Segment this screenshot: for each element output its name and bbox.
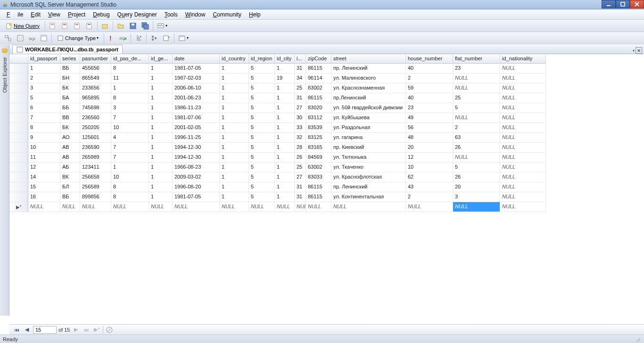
row-header[interactable]: [9, 143, 28, 153]
grid-cell[interactable]: 2006-06-10: [173, 83, 220, 93]
grid-cell[interactable]: 1: [275, 182, 295, 192]
grid-cell[interactable]: NULL: [500, 143, 546, 153]
grid-cell[interactable]: 1: [275, 153, 295, 163]
grid-cell[interactable]: 7: [28, 113, 60, 123]
results-grid[interactable]: id_passportseriespasnumberid_pas_de...id…: [9, 54, 644, 212]
grid-cell[interactable]: 5: [249, 74, 275, 83]
grid-cell[interactable]: 7: [111, 153, 149, 163]
grid-cell[interactable]: 15: [28, 182, 60, 192]
grid-cell[interactable]: 1: [275, 163, 295, 172]
grid-cell[interactable]: ул. Тютюныка: [331, 153, 406, 163]
grid-cell[interactable]: 83539: [306, 123, 331, 133]
column-header[interactable]: date: [173, 54, 220, 64]
grid-cell[interactable]: БК: [60, 83, 80, 93]
column-header[interactable]: id_ge...: [149, 54, 173, 64]
column-header[interactable]: i...: [295, 54, 306, 64]
grid-cell[interactable]: 48: [406, 133, 453, 143]
grid-cell[interactable]: 1: [149, 103, 173, 113]
grid-cell[interactable]: 10: [111, 123, 149, 133]
column-header[interactable]: pasnumber: [80, 54, 111, 64]
grid-cell[interactable]: 1: [149, 74, 173, 83]
grid-cell[interactable]: 3: [111, 103, 149, 113]
grid-cell[interactable]: 1994-12-30: [173, 143, 220, 153]
grid-cell[interactable]: NULL: [28, 202, 60, 212]
grid-cell[interactable]: NULL: [500, 202, 546, 212]
grid-cell[interactable]: АО: [60, 133, 80, 143]
grid-cell[interactable]: 1: [220, 74, 249, 83]
row-header[interactable]: [9, 64, 28, 74]
column-header[interactable]: id_city: [275, 54, 295, 64]
grid-cell[interactable]: NULL: [500, 83, 546, 93]
grid-cell[interactable]: 8: [111, 192, 149, 202]
grid-cell[interactable]: 5: [453, 163, 500, 172]
nav-first-button[interactable]: ⏮: [12, 326, 21, 334]
show-diagram-icon[interactable]: [2, 33, 14, 43]
grid-cell[interactable]: 5: [249, 103, 275, 113]
grid-cell[interactable]: 43: [406, 182, 453, 192]
grid-cell[interactable]: 1: [111, 83, 149, 93]
grid-cell[interactable]: 1981-07-06: [173, 113, 220, 123]
grid-cell[interactable]: 2: [406, 192, 453, 202]
grid-cell[interactable]: 1: [220, 133, 249, 143]
column-header[interactable]: house_number: [406, 54, 453, 64]
grid-cell[interactable]: NULL: [331, 202, 406, 212]
grid-cell[interactable]: 265989: [80, 153, 111, 163]
grid-cell[interactable]: 1: [149, 182, 173, 192]
analysis-xmla-icon[interactable]: [84, 21, 95, 31]
grid-cell[interactable]: 4: [111, 133, 149, 143]
database-engine-query-icon[interactable]: [47, 21, 58, 31]
row-header[interactable]: [9, 103, 28, 113]
add-derived-icon[interactable]: ▾: [176, 33, 190, 43]
row-header[interactable]: [9, 93, 28, 103]
menu-help[interactable]: Help: [245, 10, 264, 19]
grid-cell[interactable]: NULL: [149, 202, 173, 212]
grid-cell[interactable]: 1987-02-03: [173, 74, 220, 83]
grid-cell[interactable]: 83033: [306, 172, 331, 182]
new-row-header[interactable]: ▶*: [9, 202, 28, 212]
grid-cell[interactable]: 1: [220, 163, 249, 172]
close-button[interactable]: [630, 0, 644, 8]
grid-cell[interactable]: 31: [295, 93, 306, 103]
grid-cell[interactable]: 8: [111, 182, 149, 192]
grid-cell[interactable]: NULL: [453, 202, 500, 212]
maximize-button[interactable]: [616, 0, 630, 8]
grid-cell[interactable]: 32: [295, 133, 306, 143]
sort-ascending-icon[interactable]: [133, 33, 144, 43]
grid-cell[interactable]: 1: [220, 93, 249, 103]
grid-cell[interactable]: ул. Краснофлотская: [331, 172, 406, 182]
grid-cell[interactable]: 1: [149, 153, 173, 163]
grid-cell[interactable]: 1986-11-23: [173, 103, 220, 113]
grid-cell[interactable]: 1: [275, 123, 295, 133]
grid-cell[interactable]: 63: [453, 133, 500, 143]
grid-cell[interactable]: 5: [249, 64, 275, 74]
grid-cell[interactable]: NULL: [306, 202, 331, 212]
grid-cell[interactable]: 865549: [80, 74, 111, 83]
minimize-button[interactable]: [602, 0, 616, 8]
grid-cell[interactable]: 1: [149, 192, 173, 202]
open-file-icon[interactable]: [99, 21, 111, 31]
grid-cell[interactable]: 1: [220, 103, 249, 113]
grid-cell[interactable]: 33: [295, 123, 306, 133]
grid-cell[interactable]: NULL: [453, 74, 500, 83]
grid-cell[interactable]: 965895: [80, 93, 111, 103]
row-header[interactable]: [9, 74, 28, 83]
menu-project[interactable]: Project: [64, 10, 89, 19]
menu-file[interactable]: File: [3, 10, 27, 19]
grid-cell[interactable]: 250205: [80, 123, 111, 133]
grid-cell[interactable]: 5: [249, 93, 275, 103]
grid-cell[interactable]: 1: [111, 163, 149, 172]
grid-cell[interactable]: 1: [220, 172, 249, 182]
grid-cell[interactable]: ВК: [60, 172, 80, 182]
grid-cell[interactable]: 125601: [80, 133, 111, 143]
grid-cell[interactable]: 1: [275, 192, 295, 202]
grid-cell[interactable]: 1: [149, 93, 173, 103]
grid-cell[interactable]: 23: [453, 64, 500, 74]
grid-cell[interactable]: NULL: [500, 163, 546, 172]
grid-cell[interactable]: NULL: [295, 202, 306, 212]
nav-prev-button[interactable]: ◀: [23, 326, 31, 334]
grid-cell[interactable]: NULL: [111, 202, 149, 212]
grid-cell[interactable]: 7: [111, 143, 149, 153]
grid-cell[interactable]: 1: [149, 83, 173, 93]
grid-cell[interactable]: 83125: [306, 133, 331, 143]
grid-cell[interactable]: 1996-11-25: [173, 133, 220, 143]
